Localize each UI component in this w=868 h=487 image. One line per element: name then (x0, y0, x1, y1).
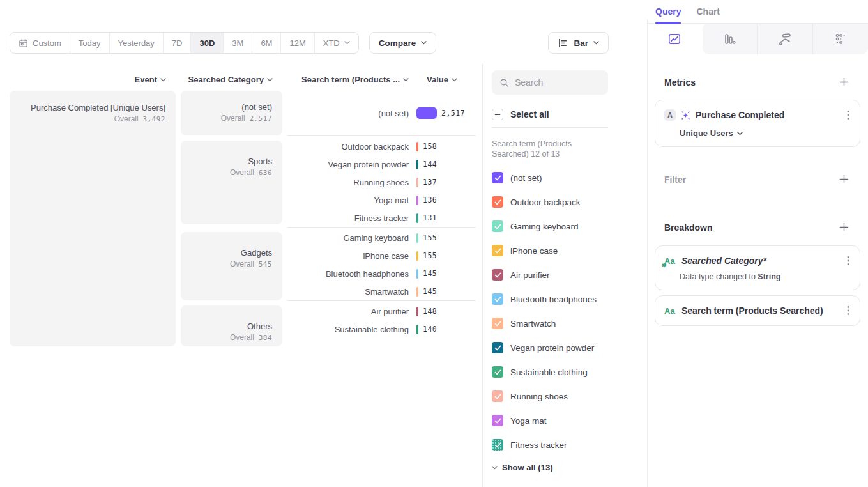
chevron-down-icon (593, 41, 599, 45)
check-icon (494, 175, 501, 181)
legend-checkbox[interactable] (492, 245, 503, 256)
chevron-down-icon (267, 78, 273, 82)
legend-item[interactable]: Sustainable clothing (492, 360, 647, 384)
chart-type-selector[interactable]: Bar (548, 32, 609, 54)
date-range-12m[interactable]: 12M (280, 33, 314, 53)
term-row[interactable]: Sustainable clothing140 (287, 320, 476, 338)
legend-item[interactable]: Air purifier (492, 263, 647, 287)
legend-item[interactable]: Smartwatch (492, 311, 647, 336)
date-range-6m[interactable]: 6M (252, 33, 280, 53)
event-box[interactable]: Purchase Completed [Unique Users] Overal… (10, 91, 176, 346)
legend-checkbox[interactable] (492, 172, 503, 183)
term-row[interactable]: Gaming keyboard155 (287, 229, 476, 247)
term-row[interactable]: iPhone case155 (287, 247, 476, 265)
legend-item[interactable]: Running shoes (492, 384, 647, 408)
legend-item[interactable]: (not set) (492, 166, 647, 190)
legend-checkbox[interactable] (492, 415, 503, 426)
term-row[interactable]: Vegan protein powder144 (287, 155, 476, 173)
term-label: Gaming keyboard (287, 233, 416, 243)
legend-checkbox[interactable] (492, 366, 503, 378)
breakdown-chart: Event Searched Category Search term (Pro… (0, 54, 482, 487)
category-box[interactable]: GadgetsOverall 545 (181, 232, 282, 300)
view-tab-funnels[interactable] (703, 24, 758, 54)
legend-checkbox[interactable] (492, 196, 503, 208)
legend-checkbox[interactable] (492, 220, 503, 232)
legend-item-label: Gaming keyboard (510, 222, 579, 231)
legend-item[interactable]: iPhone case (492, 238, 647, 263)
term-row[interactable]: Running shoes137 (287, 173, 476, 191)
tab-query[interactable]: Query (655, 0, 681, 23)
column-header-searched-category[interactable]: Searched Category (181, 75, 282, 84)
category-box[interactable]: (not set)Overall 2,517 (181, 91, 282, 135)
legend-checkbox[interactable] (492, 390, 503, 402)
date-range-xtd[interactable]: XTD (314, 33, 358, 53)
date-range-custom[interactable]: Custom (10, 33, 70, 53)
date-range-today[interactable]: Today (70, 33, 109, 53)
calendar-icon (19, 38, 28, 48)
add-breakdown-button[interactable] (837, 220, 851, 234)
breakdown-menu-button[interactable] (846, 304, 851, 317)
legend-item[interactable]: Outdoor backpack (492, 190, 647, 214)
legend-item[interactable]: Bluetooth headphones (492, 287, 647, 311)
category-box[interactable]: OthersOverall 384 (181, 305, 282, 346)
term-row[interactable]: Yoga mat136 (287, 191, 476, 209)
term-row[interactable]: Bluetooth headphones145 (287, 265, 476, 282)
metric-menu-button[interactable] (846, 109, 851, 121)
search-icon (499, 78, 509, 88)
check-icon (494, 369, 501, 375)
legend-item[interactable]: Yoga mat (492, 408, 647, 433)
view-tab-insights[interactable] (647, 24, 703, 54)
chart-column-headers: Event Searched Category Search term (Pro… (10, 75, 476, 84)
legend-checkbox[interactable] (492, 293, 503, 305)
term-label: (not set) (287, 109, 416, 118)
metric-counting-method[interactable]: Unique Users (680, 128, 851, 138)
term-value-cell: 140 (416, 325, 476, 334)
event-sparkle-icon (680, 110, 691, 121)
legend-item[interactable]: Fitness tracker (492, 433, 647, 457)
category-box[interactable]: SportsOverall 636 (181, 141, 282, 224)
column-header-search-term[interactable]: Search term (Products ... (287, 75, 416, 84)
breakdown-card-search-term[interactable]: Aa Search term (Products Searched) (655, 295, 860, 326)
term-row[interactable]: Air purifier148 (287, 302, 476, 320)
minus-icon (494, 111, 501, 118)
date-range-30d[interactable]: 30D (190, 33, 223, 53)
date-range-7d[interactable]: 7D (163, 33, 191, 53)
term-row[interactable]: Outdoor backpack158 (287, 137, 476, 155)
legend-checkbox[interactable] (492, 318, 503, 329)
view-tab-flows[interactable] (757, 24, 812, 54)
tab-chart[interactable]: Chart (696, 0, 720, 23)
compare-button[interactable]: Compare (369, 32, 437, 54)
breakdown-title: Breakdown (664, 222, 712, 233)
legend-checkbox[interactable] (492, 342, 503, 353)
add-metric-button[interactable] (837, 75, 851, 89)
legend-item[interactable]: Vegan protein powder (492, 336, 647, 360)
legend-item[interactable]: Gaming keyboard (492, 214, 647, 238)
view-tab-retention[interactable] (812, 24, 868, 54)
legend-checkbox[interactable] (492, 269, 503, 281)
legend-item-label: Bluetooth headphones (510, 295, 597, 304)
term-row[interactable]: Smartwatch145 (287, 282, 476, 300)
date-range-yesterday[interactable]: Yesterday (109, 33, 163, 53)
column-header-value[interactable]: Value (416, 75, 476, 84)
select-all-row[interactable]: Select all (492, 109, 647, 120)
value-label: 145 (423, 287, 437, 296)
term-label: Vegan protein powder (287, 160, 416, 169)
column-header-event[interactable]: Event (10, 75, 176, 84)
legend-search[interactable] (492, 70, 608, 95)
check-icon (494, 321, 501, 327)
legend-search-input[interactable] (515, 77, 600, 88)
add-filter-button[interactable] (837, 173, 851, 186)
term-row[interactable]: (not set)2,517 (287, 91, 476, 135)
breakdown-menu-button[interactable] (846, 254, 851, 267)
terms-cell: Gaming keyboard155iPhone case155Bluetoot… (287, 227, 476, 300)
metric-card[interactable]: A Purchase Completed Unique Users (655, 100, 860, 147)
legend-checkbox[interactable] (492, 439, 503, 451)
term-value-cell: 137 (416, 178, 476, 187)
value-bar (416, 178, 418, 187)
breakdown-card-searched-category[interactable]: Aa✱ Searched Category* Data type changed… (655, 245, 860, 290)
date-range-3m[interactable]: 3M (223, 33, 252, 53)
value-bar (416, 287, 418, 297)
term-row[interactable]: Fitness tracker131 (287, 209, 476, 227)
show-all-button[interactable]: Show all (13) (492, 463, 647, 472)
select-all-checkbox[interactable] (492, 109, 503, 120)
